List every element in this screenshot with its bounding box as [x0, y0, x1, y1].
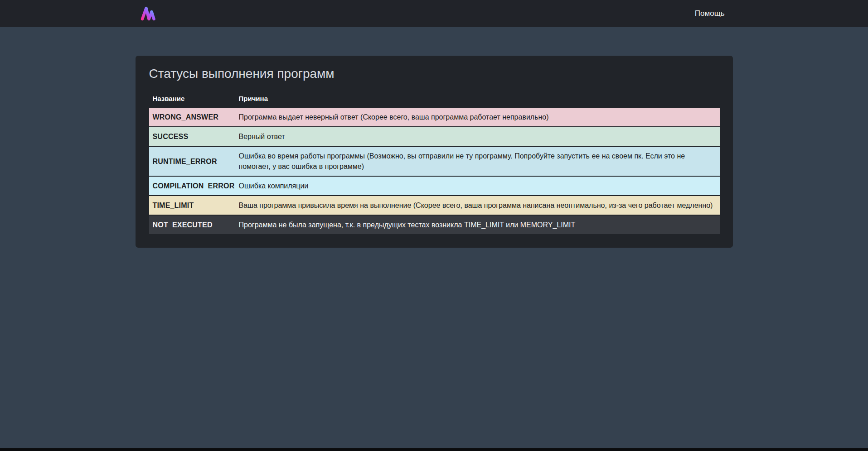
status-name-cell: SUCCESS — [149, 127, 235, 146]
status-name-cell: NOT_EXECUTED — [149, 216, 235, 234]
table-row: COMPILATION_ERROR Ошибка компиляции — [149, 177, 720, 195]
status-reason-cell: Программа выдает неверный ответ (Скорее … — [235, 108, 720, 126]
status-name-cell: TIME_LIMIT — [149, 196, 235, 215]
table-row: RUNTIME_ERROR Ошибка во время работы про… — [149, 147, 720, 176]
status-table: Название Причина WRONG_ANSWER Программа … — [149, 89, 720, 235]
page-title: Статусы выполнения программ — [149, 67, 720, 81]
column-header-reason: Причина — [235, 90, 720, 107]
status-name-cell: RUNTIME_ERROR — [149, 147, 235, 176]
table-row: TIME_LIMIT Ваша программа привысила врем… — [149, 196, 720, 215]
status-card: Статусы выполнения программ Название При… — [136, 56, 733, 248]
logo-link[interactable] — [136, 5, 156, 23]
main-content: Статусы выполнения программ Название При… — [0, 56, 868, 248]
column-header-name: Название — [149, 90, 235, 107]
table-row: NOT_EXECUTED Программа не была запущена,… — [149, 216, 720, 234]
status-reason-cell: Ошибка во время работы программы (Возмож… — [235, 147, 720, 176]
status-name-cell: WRONG_ANSWER — [149, 108, 235, 126]
help-link[interactable]: Помощь — [695, 9, 733, 18]
status-reason-cell: Программа не была запущена, т.к. в преды… — [235, 216, 720, 234]
table-row: WRONG_ANSWER Программа выдает неверный о… — [149, 108, 720, 126]
status-reason-cell: Ваша программа привысила время на выполн… — [235, 196, 720, 215]
nav-container: Помощь — [136, 5, 733, 23]
table-header-row: Название Причина — [149, 90, 720, 107]
top-nav: Помощь — [0, 0, 868, 27]
status-reason-cell: Ошибка компиляции — [235, 177, 720, 195]
wave-logo-icon — [140, 5, 156, 23]
status-reason-cell: Верный ответ — [235, 127, 720, 146]
bottom-bar — [0, 448, 868, 451]
table-row: SUCCESS Верный ответ — [149, 127, 720, 146]
status-name-cell: COMPILATION_ERROR — [149, 177, 235, 195]
